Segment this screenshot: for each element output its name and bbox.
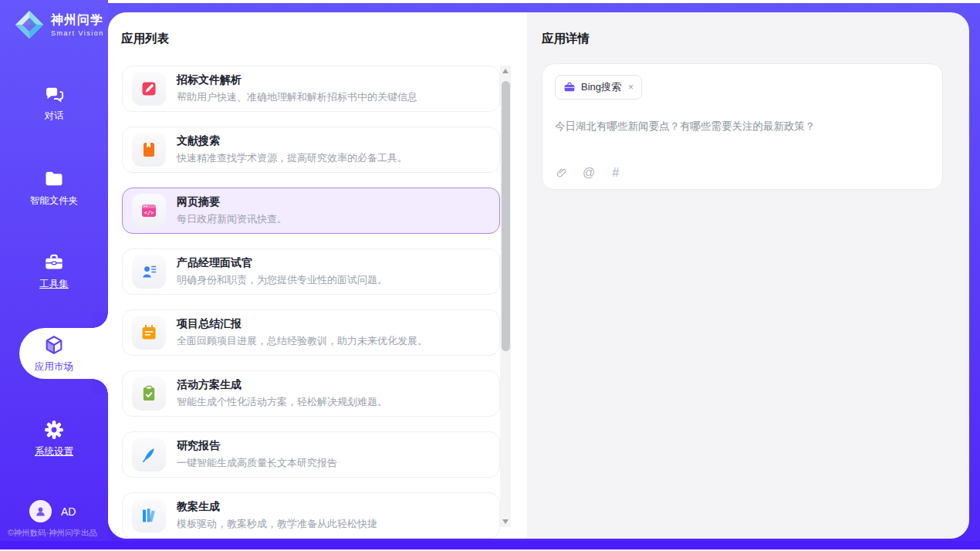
app-item-description: 帮助用户快速、准确地理解和解析招标书中的关键信息: [177, 90, 417, 104]
brand-logo: 神州问学 Smart Vision: [14, 9, 104, 40]
app-item-texts: 招标文件解析帮助用户快速、准确地理解和解析招标书中的关键信息: [177, 73, 417, 104]
book-icon: [132, 133, 166, 167]
calendar-icon: [132, 316, 166, 350]
app-item-title: 活动方案生成: [177, 378, 387, 392]
mention-icon[interactable]: @: [582, 166, 596, 180]
app-item-description: 模板驱动，教案秒成，教学准备从此轻松快捷: [177, 517, 377, 531]
app-item-title: 研究报告: [177, 439, 337, 453]
app-list-item[interactable]: 文献搜索快速精准查找学术资源，提高研究效率的必备工具。: [122, 127, 500, 173]
interviewer-icon: [132, 255, 166, 289]
sidebar-item-label: 智能文件夹: [30, 194, 79, 208]
app-list: 招标文件解析帮助用户快速、准确地理解和解析招标书中的关键信息文献搜索快速精准查找…: [122, 66, 500, 539]
copyright-text: ©神州数码·神州问学出品: [0, 528, 105, 539]
doc-edit-icon: [132, 72, 166, 106]
brand-title: 神州问学: [51, 12, 104, 29]
gear-icon: [43, 419, 65, 441]
app-item-title: 网页摘要: [177, 195, 287, 209]
app-input-card: Bing搜索 × 今日湖北有哪些新闻要点？有哪些需要关注的最新政策？ @ #: [542, 63, 943, 190]
app-item-title: 项目总结汇报: [177, 317, 427, 331]
triangle-up-icon: [502, 69, 509, 73]
app-detail-panel: 应用详情 Bing搜索 × 今日湖北有哪些新闻要点？有哪些需要关注的最新政策？ …: [527, 12, 969, 539]
chip-close-icon[interactable]: ×: [628, 82, 634, 93]
toolbox-icon: [43, 252, 65, 273]
hashtag-icon[interactable]: #: [609, 166, 623, 180]
app-item-texts: 网页摘要每日政府新闻资讯快查。: [177, 195, 287, 226]
app-item-title: 产品经理面试官: [177, 256, 387, 270]
report-icon: [132, 438, 166, 472]
sidebar-item-label: 对话: [45, 110, 64, 123]
app-list-item[interactable]: 教案生成模板驱动，教案秒成，教学准备从此轻松快捷: [122, 492, 500, 539]
app-item-description: 快速精准查找学术资源，提高研究效率的必备工具。: [177, 151, 407, 165]
person-icon: [34, 505, 47, 518]
app-list-item[interactable]: 项目总结汇报全面回顾项目进展，总结经验教训，助力未来优化发展。: [122, 309, 500, 356]
tool-chip-bing-search[interactable]: Bing搜索 ×: [555, 75, 642, 100]
app-item-title: 文献搜索: [177, 134, 407, 148]
triangle-down-icon: [502, 519, 509, 524]
composer-toolbar: @ #: [555, 166, 623, 180]
app-item-texts: 活动方案生成智能生成个性化活动方案，轻松解决规划难题。: [177, 378, 387, 409]
browser-code-icon: </>: [132, 194, 166, 228]
sidebar-item-smart-folder[interactable]: 智能文件夹: [0, 162, 108, 213]
app-list-item[interactable]: 产品经理面试官明确身份和职责，为您提供专业性的面试问题。: [122, 248, 500, 295]
cube-icon: [43, 334, 65, 356]
app-list-panel: 应用列表 招标文件解析帮助用户快速、准确地理解和解析招标书中的关键信息文献搜索快…: [108, 12, 527, 539]
sidebar-item-label: 工具集: [39, 278, 69, 291]
bottom-accent-bar: [0, 541, 980, 549]
diamond-logo-icon: [14, 9, 45, 40]
folder-icon: [43, 168, 65, 190]
sidebar-item-settings[interactable]: 系统设置: [0, 413, 108, 464]
scroll-up-button[interactable]: [500, 66, 511, 76]
app-item-texts: 研究报告一键智能生成高质量长文本研究报告: [177, 439, 337, 470]
app-list-item[interactable]: 活动方案生成智能生成个性化活动方案，轻松解决规划难题。: [122, 370, 500, 417]
app-list-item[interactable]: 招标文件解析帮助用户快速、准确地理解和解析招标书中的关键信息: [122, 66, 500, 112]
app-item-texts: 教案生成模板驱动，教案秒成，教学准备从此轻松快捷: [177, 500, 377, 531]
sidebar-item-label: 系统设置: [35, 445, 73, 458]
main-content: 应用列表 招标文件解析帮助用户快速、准确地理解和解析招标书中的关键信息文献搜索快…: [108, 12, 969, 539]
sidebar-item-label: 应用市场: [35, 360, 73, 374]
app-item-description: 每日政府新闻资讯快查。: [177, 212, 287, 226]
brand-subtitle: Smart Vision: [51, 29, 104, 37]
svg-text:</>: </>: [144, 210, 154, 216]
app-item-title: 教案生成: [177, 500, 377, 514]
app-list-item[interactable]: </>网页摘要每日政府新闻资讯快查。: [122, 188, 500, 234]
app-item-title: 招标文件解析: [177, 73, 417, 87]
app-item-texts: 产品经理面试官明确身份和职责，为您提供专业性的面试问题。: [177, 256, 387, 287]
app-item-description: 智能生成个性化活动方案，轻松解决规划难题。: [177, 395, 387, 409]
user-initials: AD: [61, 505, 76, 518]
sidebar-item-app-market[interactable]: 应用市场: [0, 328, 108, 379]
app-item-texts: 项目总结汇报全面回顾项目进展，总结经验教训，助力未来优化发展。: [177, 317, 427, 348]
clipboard-check-icon: [132, 377, 166, 411]
app-detail-header: 应用详情: [542, 31, 590, 47]
attachment-icon[interactable]: [555, 166, 569, 180]
chat-icon: [43, 83, 65, 105]
app-list-item[interactable]: 研究报告一键智能生成高质量长文本研究报告: [122, 431, 500, 478]
briefcase-icon: [563, 81, 576, 93]
chip-label: Bing搜索: [581, 80, 621, 94]
sidebar-item-toolset[interactable]: 工具集: [0, 245, 108, 296]
avatar: [29, 500, 52, 522]
app-item-description: 明确身份和职责，为您提供专业性的面试问题。: [177, 273, 387, 287]
user-menu[interactable]: AD: [29, 500, 76, 522]
sidebar-item-chat[interactable]: 对话: [0, 77, 108, 128]
app-item-texts: 文献搜索快速精准查找学术资源，提高研究效率的必备工具。: [177, 134, 407, 165]
scroll-down-button[interactable]: [500, 516, 511, 527]
scrollbar[interactable]: [500, 66, 511, 527]
books-icon: [132, 499, 166, 532]
question-input[interactable]: 今日湖北有哪些新闻要点？有哪些需要关注的最新政策？: [555, 120, 930, 134]
app-item-description: 全面回顾项目进展，总结经验教训，助力未来优化发展。: [177, 334, 427, 348]
scrollbar-thumb[interactable]: [502, 81, 510, 351]
app-item-description: 一键智能生成高质量长文本研究报告: [177, 456, 337, 470]
sidebar: 神州问学 Smart Vision 对话智能文件夹工具集应用市场系统设置 AD …: [0, 0, 108, 549]
app-list-header: 应用列表: [121, 31, 169, 47]
